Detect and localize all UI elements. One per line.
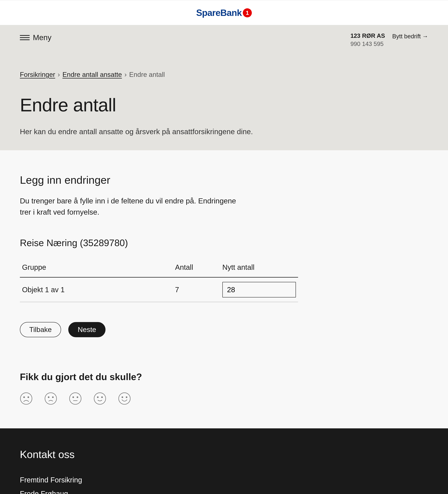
svg-point-10 bbox=[94, 393, 106, 404]
company-info: 123 RØR AS 990 143 595 bbox=[351, 32, 385, 48]
svg-point-3 bbox=[45, 393, 57, 404]
arrow-right-icon: → bbox=[422, 32, 428, 41]
svg-point-7 bbox=[73, 397, 74, 398]
switch-company-label: Bytt bedrift bbox=[392, 32, 421, 41]
face-very-happy-icon[interactable] bbox=[118, 392, 131, 405]
section-title: Legg inn endringer bbox=[20, 172, 428, 188]
svg-point-4 bbox=[48, 397, 49, 398]
feedback-title: Fikk du gjort det du skulle? bbox=[20, 370, 428, 384]
th-new-count: Nytt antall bbox=[220, 258, 298, 277]
breadcrumb: Forsikringer › Endre antall ansatte › En… bbox=[20, 70, 428, 80]
new-count-input[interactable] bbox=[222, 282, 296, 297]
page-title: Endre antall bbox=[20, 91, 428, 119]
button-row: Tilbake Neste bbox=[20, 322, 428, 337]
footer-company: Fremtind Forsikring bbox=[20, 473, 428, 487]
logo-badge-icon: 1 bbox=[243, 8, 252, 17]
svg-point-1 bbox=[24, 397, 24, 398]
face-happy-icon[interactable] bbox=[94, 392, 106, 405]
svg-point-6 bbox=[70, 393, 81, 404]
chevron-right-icon: › bbox=[58, 70, 60, 80]
company-name: 123 RØR AS bbox=[351, 32, 385, 40]
cell-count: 7 bbox=[173, 277, 220, 302]
main-content: Legg inn endringer Du trenger bare å fyl… bbox=[0, 150, 448, 428]
svg-point-15 bbox=[126, 397, 127, 398]
company-block: 123 RØR AS 990 143 595 Bytt bedrift → bbox=[351, 32, 428, 48]
svg-point-2 bbox=[28, 397, 29, 398]
table-row: Objekt 1 av 1 7 bbox=[20, 277, 298, 302]
face-sad-icon[interactable] bbox=[45, 392, 57, 405]
breadcrumb-current: Endre antall bbox=[129, 70, 165, 80]
next-button[interactable]: Neste bbox=[68, 322, 106, 337]
header-top: Meny 123 RØR AS 990 143 595 Bytt bedrift… bbox=[20, 32, 428, 48]
cell-group: Objekt 1 av 1 bbox=[20, 277, 173, 302]
svg-point-14 bbox=[122, 397, 123, 398]
logo-bar: SpareBank 1 bbox=[0, 0, 448, 25]
menu-label: Meny bbox=[33, 32, 51, 43]
footer-title: Kontakt oss bbox=[20, 446, 428, 462]
face-neutral-icon[interactable] bbox=[69, 392, 82, 405]
footer: Kontakt oss Fremtind Forsikring Frode Fr… bbox=[0, 428, 448, 494]
svg-point-13 bbox=[119, 393, 130, 404]
switch-company-link[interactable]: Bytt bedrift → bbox=[392, 32, 428, 41]
face-very-sad-icon[interactable] bbox=[20, 392, 33, 405]
chevron-right-icon: › bbox=[124, 70, 127, 80]
svg-point-0 bbox=[20, 393, 32, 404]
svg-point-12 bbox=[102, 397, 103, 398]
product-title: Reise Næring (35289780) bbox=[20, 236, 428, 250]
th-count: Antall bbox=[173, 258, 220, 277]
breadcrumb-link[interactable]: Forsikringer bbox=[20, 70, 55, 80]
logo-text: SpareBank bbox=[196, 6, 242, 20]
th-group: Gruppe bbox=[20, 258, 173, 277]
feedback-faces bbox=[20, 392, 428, 405]
footer-contact-block: Fremtind Forsikring Frode Frøhaug frode.… bbox=[20, 473, 428, 494]
back-button[interactable]: Tilbake bbox=[20, 322, 61, 337]
breadcrumb-link[interactable]: Endre antall ansatte bbox=[62, 70, 122, 80]
page-subtitle: Her kan du endre antall ansatte og årsve… bbox=[20, 126, 428, 137]
hamburger-icon bbox=[20, 35, 30, 40]
menu-button[interactable]: Meny bbox=[20, 32, 51, 43]
sparebank1-logo[interactable]: SpareBank 1 bbox=[196, 6, 252, 20]
svg-point-8 bbox=[77, 397, 78, 398]
svg-point-11 bbox=[97, 397, 98, 398]
employee-count-table: Gruppe Antall Nytt antall Objekt 1 av 1 … bbox=[20, 258, 298, 302]
cell-new-count bbox=[220, 277, 298, 302]
footer-contact-name: Frode Frøhaug bbox=[20, 487, 428, 494]
company-org: 990 143 595 bbox=[351, 40, 385, 48]
svg-point-5 bbox=[52, 397, 53, 398]
page-header: Meny 123 RØR AS 990 143 595 Bytt bedrift… bbox=[0, 25, 448, 150]
section-desc: Du trenger bare å fylle inn i de feltene… bbox=[20, 196, 242, 218]
